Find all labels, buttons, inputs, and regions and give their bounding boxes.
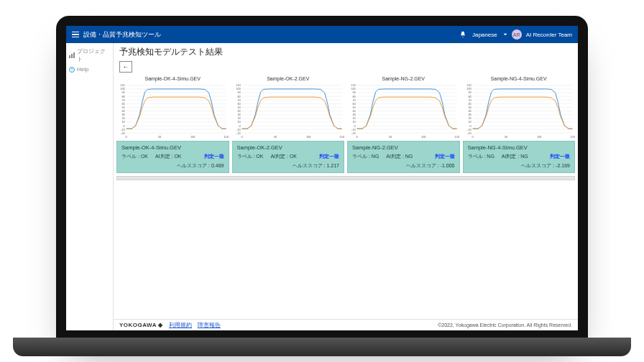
ai-value: AI判定 : NG: [386, 153, 413, 160]
brand-logo: YOKOGAWA ◆: [119, 322, 163, 328]
svg-text:150: 150: [339, 135, 344, 139]
card-title: Sample-NG-4-Simu.GEV: [468, 144, 571, 151]
svg-text:110: 110: [351, 83, 356, 87]
svg-text:110: 110: [466, 83, 472, 87]
bars-icon: [69, 52, 75, 58]
svg-text:-20: -20: [467, 131, 472, 135]
copyright: ©2022, Yokogawa Electric Corporation. Al…: [438, 322, 572, 328]
back-button[interactable]: ←: [119, 61, 132, 73]
svg-text:100: 100: [466, 87, 472, 90]
label-value: ラベル : NG: [352, 153, 379, 160]
ai-value: AI判定 : OK: [270, 153, 297, 160]
ai-value: AI判定 : OK: [155, 153, 182, 160]
health-score: ヘルススコア : -2.169: [468, 162, 571, 170]
match-link[interactable]: 判定一致: [204, 153, 224, 160]
svg-text:100: 100: [421, 135, 426, 139]
chart-title: Sample-OK-4-Simu.GEV: [116, 75, 229, 82]
language-selector[interactable]: Japanese: [471, 32, 499, 38]
result-card: Sample-OK-2.GEV ラベル : OK AI判定 : OK 判定一致 …: [232, 141, 345, 173]
svg-text:150: 150: [454, 135, 459, 139]
sidebar-item-label: プロジェクト: [77, 47, 110, 63]
cards-row: Sample-OK-4-Simu.GEV ラベル : OK AI判定 : OK …: [114, 139, 578, 176]
topbar: 設備・品質予兆検知ツール Japanese AR AI Recorder Tea…: [66, 26, 578, 43]
help-icon: ?: [69, 67, 75, 73]
main: 予兆検知モデルテスト結果 ← Sample-OK-4-Simu.GEV -20-…: [114, 43, 578, 330]
sidebar-item-project[interactable]: プロジェクト: [66, 46, 113, 65]
ai-value: AI判定 : NG: [502, 153, 528, 160]
svg-text:150: 150: [570, 135, 575, 139]
charts-row: Sample-OK-4-Simu.GEV -20-100102030405060…: [114, 75, 578, 139]
chart-card: Sample-OK-2.GEV -20-10010203040506070809…: [232, 75, 345, 139]
svg-text:100: 100: [537, 135, 542, 139]
label-value: ラベル : OK: [237, 153, 264, 160]
chart: -20-100102030405060708090100110050100150: [347, 82, 460, 139]
health-score: ヘルススコア : -1.000: [352, 162, 455, 170]
terms-link[interactable]: 利用規約: [169, 321, 192, 329]
result-card: Sample-NG-2.GEV ラベル : NG AI判定 : NG 判定一致 …: [347, 141, 460, 173]
chart-card: Sample-NG-4-Simu.GEV -20-100102030405060…: [463, 75, 576, 139]
svg-text:100: 100: [351, 87, 356, 90]
chart-title: Sample-NG-2.GEV: [347, 75, 460, 82]
svg-text:100: 100: [236, 87, 241, 90]
label-value: ラベル : OK: [121, 153, 148, 160]
card-title: Sample-NG-2.GEV: [352, 144, 455, 151]
card-title: Sample-OK-4-Simu.GEV: [121, 144, 224, 151]
svg-text:-20: -20: [236, 131, 241, 135]
sidebar-item-label: Help: [77, 66, 88, 73]
chevron-down-icon: [503, 32, 507, 37]
footer: YOKOGAWA ◆ 利用規約 障害報告 ©2022, Yokogawa Ele…: [114, 319, 578, 330]
health-score: ヘルススコア : 0.489: [121, 162, 224, 170]
svg-text:110: 110: [120, 83, 125, 87]
svg-text:-20: -20: [121, 131, 125, 135]
svg-text:100: 100: [306, 135, 311, 139]
chart-title: Sample-NG-4-Simu.GEV: [463, 75, 576, 82]
avatar[interactable]: AR: [512, 29, 522, 40]
result-card: Sample-NG-4-Simu.GEV ラベル : NG AI判定 : NG …: [463, 141, 576, 173]
chart: -20-100102030405060708090100110050100150: [116, 82, 229, 139]
match-link[interactable]: 判定一致: [550, 153, 570, 160]
svg-text:-10: -10: [467, 128, 472, 131]
menu-icon[interactable]: [72, 32, 79, 38]
laptop-frame: 設備・品質予兆検知ツール Japanese AR AI Recorder Tea…: [56, 16, 588, 346]
svg-text:100: 100: [120, 87, 125, 90]
svg-text:-20: -20: [351, 131, 356, 135]
chart: -20-100102030405060708090100110050100150: [232, 82, 345, 139]
report-link[interactable]: 障害報告: [198, 321, 221, 329]
bell-icon[interactable]: [459, 31, 466, 38]
body: プロジェクト ? Help 予兆検知モデルテスト結果 ← Sample-OK-4…: [66, 43, 578, 330]
chart-card: Sample-OK-4-Simu.GEV -20-100102030405060…: [116, 75, 229, 139]
svg-text:100: 100: [190, 135, 196, 139]
svg-text:-10: -10: [121, 128, 125, 131]
laptop-base: [13, 338, 631, 356]
page-title: 予兆検知モデルテスト結果: [114, 43, 578, 58]
app-screen: 設備・品質予兆検知ツール Japanese AR AI Recorder Tea…: [66, 26, 578, 330]
sidebar-item-help[interactable]: ? Help: [66, 65, 113, 74]
label-value: ラベル : NG: [468, 153, 494, 160]
team-name: AI Recorder Team: [526, 32, 572, 38]
svg-text:150: 150: [224, 135, 229, 139]
result-card: Sample-OK-4-Simu.GEV ラベル : OK AI判定 : OK …: [116, 141, 229, 173]
match-link[interactable]: 判定一致: [319, 153, 339, 160]
svg-text:-10: -10: [351, 128, 356, 131]
app-title: 設備・品質予兆検知ツール: [83, 30, 161, 40]
card-title: Sample-OK-2.GEV: [237, 144, 340, 151]
svg-text:-10: -10: [236, 128, 241, 131]
chart-title: Sample-OK-2.GEV: [232, 75, 345, 82]
health-score: ヘルススコア : 1.217: [237, 162, 340, 170]
chart: -20-100102030405060708090100110050100150: [463, 82, 576, 139]
chart-card: Sample-NG-2.GEV -20-10010203040506070809…: [347, 75, 460, 139]
match-link[interactable]: 判定一致: [435, 153, 455, 160]
sidebar: プロジェクト ? Help: [66, 43, 114, 330]
svg-text:110: 110: [236, 83, 241, 87]
